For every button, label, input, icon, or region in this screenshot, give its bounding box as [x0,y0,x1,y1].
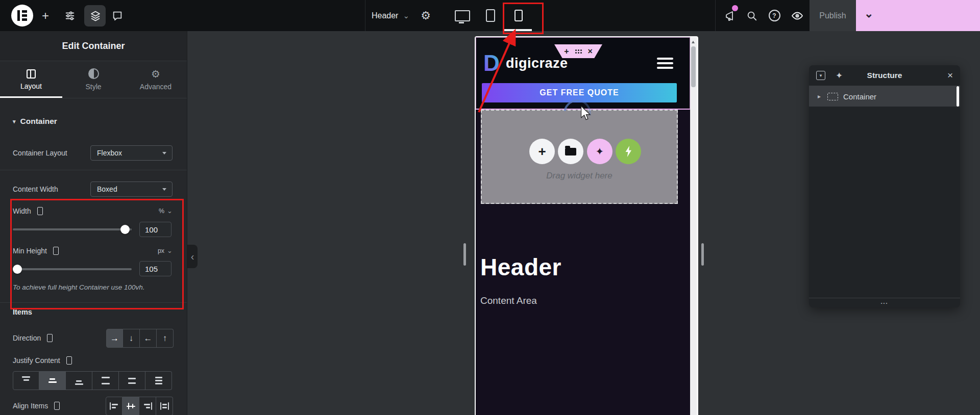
preview-content-area-label[interactable]: Content Area [480,295,537,306]
drag-container-icon[interactable] [575,49,582,54]
collapse-all-button[interactable]: ▾ [816,65,825,86]
site-settings-button[interactable] [61,0,79,31]
container-layout-select[interactable]: Flexbox [90,145,173,161]
elementor-logo[interactable] [11,5,33,27]
direction-row-reverse-button[interactable]: ← [140,329,157,348]
plus-icon: + [538,144,546,160]
topbar-divider [365,0,365,31]
unit-caret-icon: ⌄ [167,207,173,215]
document-settings-button[interactable]: ⚙ [418,0,434,31]
active-device-indicator [504,29,532,31]
align-center-icon [127,402,135,410]
notification-dot [732,5,738,11]
min-height-value-input[interactable] [139,261,172,276]
align-stretch-button[interactable] [156,397,173,415]
content-width-select[interactable]: Boxed [90,181,173,197]
justify-space-between-button[interactable] [92,371,119,390]
finder-search-button[interactable] [743,0,761,31]
caret-right-icon: ▸ [818,93,821,100]
align-start-button[interactable] [106,397,122,415]
select-caret-icon [162,188,166,191]
direction-column-button[interactable]: ↓ [123,329,140,348]
section-container-toggle[interactable]: ▾ Container [13,117,57,126]
structure-ai-button[interactable]: ✦ [836,65,843,86]
justify-start-button[interactable] [13,371,39,390]
content-width-label: Content Width [13,185,58,193]
responsive-mobile-icon [47,334,53,342]
hamburger-menu-icon[interactable] [657,58,673,69]
panel-collapse-button[interactable]: ‹ [187,245,198,268]
ai-builder-button[interactable]: ✦ [587,139,612,164]
device-mobile-button[interactable] [511,0,526,31]
justify-space-around-button[interactable] [119,371,145,390]
width-slider-track[interactable] [13,228,132,230]
gear-icon: ⚙ [421,9,431,22]
mobile-icon [514,10,523,21]
top-bar: + Header ⌄ ⚙ [0,0,980,31]
responsive-mobile-icon [54,402,60,410]
container-element-icon [827,93,838,100]
structure-tool-button[interactable] [85,0,106,31]
width-label: Width [13,207,43,215]
tab-layout[interactable]: Layout [0,61,62,98]
ellipsis-icon: ••• [881,301,888,305]
justify-space-evenly-button[interactable] [145,371,172,390]
add-element-button[interactable]: + [37,0,54,31]
notes-button[interactable] [109,0,126,31]
align-end-icon [143,402,152,410]
add-widget-button[interactable]: + [529,139,555,164]
structure-more-button[interactable]: ••• [809,298,960,307]
search-icon [746,10,757,21]
whats-new-button[interactable] [721,0,740,31]
publish-button[interactable]: Publish [810,0,856,31]
add-container-icon[interactable]: + [564,47,569,56]
min-height-unit-select[interactable]: px ⌄ [158,247,173,254]
templates-button[interactable] [558,139,583,164]
tab-advanced[interactable]: ⚙ Advanced [125,61,187,98]
direction-row-button[interactable]: → [106,329,123,348]
preview-button[interactable] [788,0,806,31]
close-icon: × [947,70,953,81]
structure-item-container[interactable]: ▸ Container [809,86,960,107]
document-switcher[interactable]: Header ⌄ [370,0,411,31]
responsive-mobile-icon [66,356,72,365]
publish-chevron-icon: ⌄ [864,7,873,20]
structure-close-button[interactable]: × [947,65,953,86]
preview-resize-handle-left[interactable] [463,243,466,266]
align-center-button[interactable] [122,397,139,415]
justify-center-button[interactable] [39,371,66,390]
caret-down-icon: ▾ [13,118,16,125]
direction-column-reverse-button[interactable]: ↑ [157,329,174,348]
help-button[interactable]: ? [766,0,783,31]
scrollbar-thumb[interactable] [691,46,696,87]
site-logo[interactable]: D digicraze [482,51,568,75]
preview-scrollbar[interactable] [690,37,697,415]
min-height-slider-track[interactable] [13,268,132,270]
width-value-input[interactable] [139,222,172,237]
publish-options-button[interactable]: ⌄ [856,0,980,31]
delete-container-icon[interactable]: × [588,47,593,56]
width-unit-select[interactable]: % ⌄ [159,207,173,215]
advanced-tab-gear-icon: ⚙ [151,69,160,79]
align-start-icon [110,402,118,410]
preview-resize-handle-right[interactable] [701,243,704,266]
svg-text:D: D [483,51,500,75]
elementor-logo-icon [17,10,27,21]
justify-end-button[interactable] [66,371,92,390]
width-slider-handle[interactable] [120,225,130,234]
device-desktop-button[interactable] [454,0,471,31]
align-end-button[interactable] [139,397,156,415]
desktop-icon [455,10,470,21]
min-height-slider-handle[interactable] [13,265,22,274]
structure-scrollbar[interactable] [957,86,959,107]
hotspot-button[interactable] [616,139,641,164]
preview-heading[interactable]: Header [480,253,561,281]
full-height-note: To achieve full height Container use 100… [13,283,166,291]
brand-logo-icon: D [482,51,504,75]
justify-space-between-icon [102,377,110,378]
tablet-icon [486,9,495,22]
device-tablet-button[interactable] [483,0,498,31]
tab-style[interactable]: Style [62,61,125,98]
megaphone-icon [724,10,737,22]
panel-title: Edit Container [0,31,187,61]
